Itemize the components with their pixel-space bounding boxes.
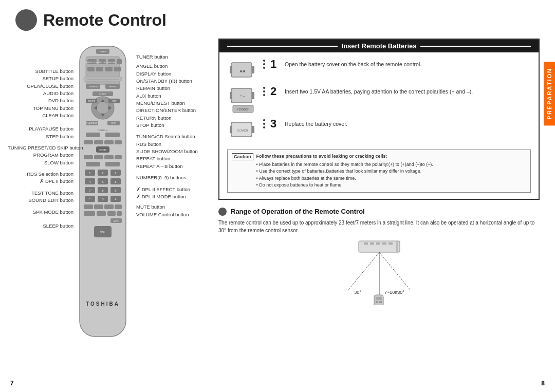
slow-button-label: SLOW button xyxy=(8,160,73,166)
svg-text:remote: remote xyxy=(237,107,249,111)
svg-text:VOL: VOL xyxy=(100,231,105,234)
caution-item-2: Always replace both batteries at the sam… xyxy=(256,175,433,182)
svg-rect-40 xyxy=(84,140,93,144)
battery-illustration-2: + – remote xyxy=(227,86,258,114)
step-3-num: 3 xyxy=(270,118,280,129)
svg-rect-83 xyxy=(117,211,122,216)
insert-batteries-title: Insert Remote Batteries xyxy=(219,40,539,52)
dpl-ii-effect-label: ✗ DPL II EFFECT button xyxy=(136,186,203,193)
step-2-num: 2 xyxy=(270,86,280,97)
menu-digest-button-label: MENU/DIGEST button xyxy=(136,100,203,106)
range-diagram-svg: 30° 30° 7~10m xyxy=(297,238,461,305)
svg-text:MENU: MENU xyxy=(109,85,116,88)
page-number-right: 8 xyxy=(541,380,545,387)
title-line-right xyxy=(420,46,531,47)
stop-button-label: STOP button xyxy=(136,122,203,128)
open-close-button-label: OPEN/CLOSE button xyxy=(8,83,73,89)
svg-text:COVER: COVER xyxy=(237,129,248,132)
svg-rect-80 xyxy=(84,211,95,216)
svg-rect-49 xyxy=(115,155,122,159)
svg-text:::::::::::::::::::::::::::::::: ::::::::::::::::::::::::::::::::::::::::… xyxy=(87,79,119,81)
direction-enter-button-label: DIRECTION/ENTER button xyxy=(136,107,203,114)
svg-text:30°: 30° xyxy=(354,290,361,295)
right-section: Insert Remote Batteries AA xyxy=(213,39,540,392)
caution-label: Caution xyxy=(232,153,253,160)
svg-rect-42 xyxy=(104,140,114,144)
test-tone-button-label: TEST TONE button xyxy=(8,190,73,196)
on-standby-button-label: ON/STANDBY (⏻) button xyxy=(136,78,203,84)
svg-rect-13 xyxy=(105,67,113,71)
svg-rect-94 xyxy=(230,92,232,99)
rds-button-label: RDS button xyxy=(136,141,203,147)
range-title-text: Range of Operation of the Remote Control xyxy=(231,208,365,215)
svg-rect-101 xyxy=(252,126,254,133)
step-button-label: STEP button xyxy=(8,134,73,140)
svg-rect-118 xyxy=(376,301,378,303)
top-menu-button-label: TOP MENU button xyxy=(8,105,73,111)
svg-rect-51 xyxy=(105,162,120,166)
tuning-cd-search-label: TUNING/CD Search button xyxy=(136,134,203,140)
labels-left-group: SUBTITLE button SETUP button OPEN/CLOSE … xyxy=(8,68,73,229)
insert-batteries-box: Insert Remote Batteries AA xyxy=(218,39,540,200)
svg-rect-108 xyxy=(388,242,393,245)
svg-rect-95 xyxy=(252,92,254,99)
dvd-button-label: DVD button xyxy=(8,98,73,104)
svg-line-111 xyxy=(379,252,410,290)
program-button-label: PROGRAM button xyxy=(8,152,73,158)
svg-text:MUTE: MUTE xyxy=(114,220,119,222)
insert-batteries-title-text: Insert Remote Batteries xyxy=(342,42,417,50)
svg-text:TUNING ▲: TUNING ▲ xyxy=(98,129,108,132)
caution-list: Place batteries in the remote control so… xyxy=(256,161,433,189)
svg-text:TOP MENU: TOP MENU xyxy=(88,85,99,88)
svg-rect-79 xyxy=(115,204,122,209)
main-content: OPEN/CLOSE SETUP DISPLAY TUNER :::::::::… xyxy=(0,36,555,392)
repeat-button-label: REPEAT button xyxy=(136,156,203,162)
step-3-text: Replace the battery cover. xyxy=(285,118,347,128)
angle-button-label: ANGLE button xyxy=(136,63,203,69)
sound-edit-button-label: SOUND EDIT button xyxy=(8,197,73,203)
svg-rect-76 xyxy=(84,204,93,209)
svg-rect-82 xyxy=(107,211,116,216)
aux-button-label: AUX button xyxy=(136,93,203,99)
svg-rect-106 xyxy=(376,242,380,245)
mute-button-label: MUTE button xyxy=(136,204,203,210)
return-button-label: RETURN button xyxy=(136,115,203,121)
svg-rect-104 xyxy=(364,242,368,245)
remote-control-image: OPEN/CLOSE SETUP DISPLAY TUNER :::::::::… xyxy=(75,44,131,343)
range-diagram: 30° 30° 7~10m xyxy=(218,238,540,305)
svg-text:SETUP: SETUP xyxy=(99,61,106,64)
svg-text:OPEN/CLOSE: OPEN/CLOSE xyxy=(85,61,99,64)
volume-control-label: VOLUME Control button xyxy=(136,212,203,218)
tuning-preset-button-label: TUNING PRESET/CD SKIP button xyxy=(8,145,73,151)
display-button-label: DISPLAY button xyxy=(136,71,203,77)
tuner-button-label: TUNER button xyxy=(136,54,203,60)
svg-text:AA: AA xyxy=(239,69,246,73)
svg-rect-38 xyxy=(86,133,100,137)
step-2-text: Insert two 1.5V AA batteries, paying att… xyxy=(285,86,473,96)
svg-rect-50 xyxy=(86,162,100,166)
svg-text:TUNER: TUNER xyxy=(99,50,106,53)
repeat-ab-button-label: REPEAT A→B button xyxy=(136,163,203,170)
rds-selection-label: RDS Selection button xyxy=(8,171,73,177)
caution-item-0: Place batteries in the remote control so… xyxy=(256,161,433,169)
svg-rect-81 xyxy=(97,211,106,216)
svg-text:7~10m: 7~10m xyxy=(384,290,399,295)
svg-rect-109 xyxy=(396,241,398,252)
svg-rect-5 xyxy=(117,59,122,64)
setup-button-label: SETUP button xyxy=(8,76,73,82)
diagram-container: OPEN/CLOSE SETUP DISPLAY TUNER :::::::::… xyxy=(8,39,203,347)
title-line-left xyxy=(227,46,338,47)
remain-button-label: REMAIN button xyxy=(136,85,203,91)
svg-rect-107 xyxy=(382,242,386,245)
battery-step-2: + – remote 2 Insert two 1.5V AA batterie… xyxy=(227,86,531,114)
svg-rect-39 xyxy=(105,133,120,137)
audio-button-label: AUDIO button xyxy=(8,90,73,97)
svg-rect-14 xyxy=(114,67,121,71)
svg-text:PLAY/PAUSE: PLAY/PAUSE xyxy=(86,122,98,124)
remote-svg: OPEN/CLOSE SETUP DISPLAY TUNER :::::::::… xyxy=(75,44,131,342)
sleep-button-label: SLEEP button xyxy=(8,223,73,229)
svg-line-110 xyxy=(348,252,379,290)
svg-rect-77 xyxy=(94,204,103,209)
svg-text:CLEAR: CLEAR xyxy=(99,92,106,95)
battery-illustration-3: COVER xyxy=(227,118,258,141)
